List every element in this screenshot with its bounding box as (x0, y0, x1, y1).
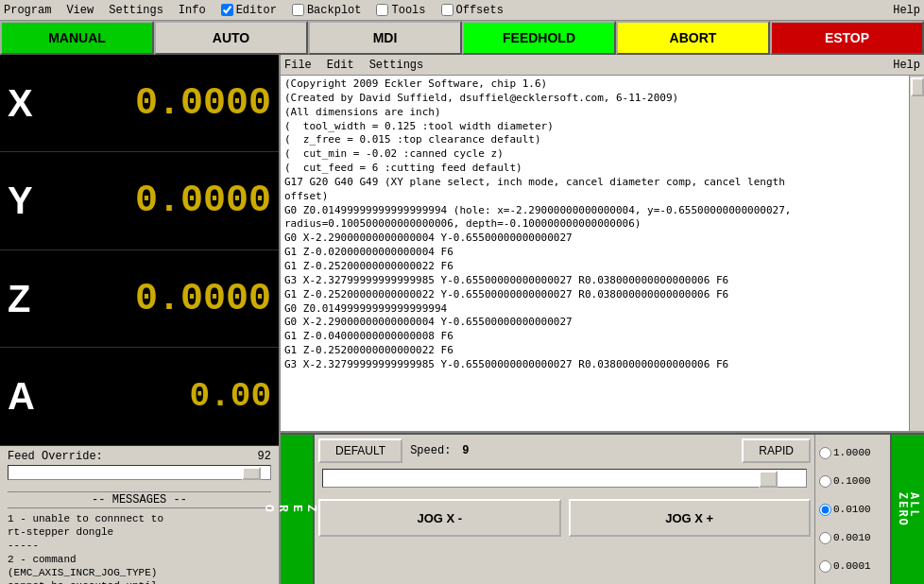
jog-buttons-row: JOG X - JOG X + (318, 499, 811, 537)
tools-checkbox-label: Tools (376, 4, 425, 17)
axis-y-letter: Y (8, 180, 45, 222)
editor-toolbar: File Edit Settings Help (281, 55, 924, 76)
axis-z-letter: Z (8, 278, 45, 320)
jog-radio-4[interactable] (819, 532, 831, 544)
feedhold-button[interactable]: FEEDHOLD (462, 21, 616, 55)
axis-x-display: X 0.0000 (0, 55, 279, 152)
messages-title: -- MESSAGES -- (8, 491, 271, 508)
feed-area: Feed Override: 92 (0, 446, 279, 488)
editor-menu-file[interactable]: File (284, 59, 312, 72)
menu-program[interactable]: Program (4, 4, 51, 17)
editor-menu-settings[interactable]: Settings (369, 59, 424, 72)
auto-button[interactable]: AUTO (154, 21, 308, 55)
jog-radio-4-label[interactable]: 0.0010 (819, 532, 886, 544)
axis-a-value: 0.00 (45, 377, 271, 416)
mdi-button[interactable]: MDI (308, 21, 462, 55)
jog-panel: XZERO DEFAULT Speed: 9 RAPID (281, 433, 924, 584)
mode-buttons-row: MANUAL AUTO MDI FEEDHOLD ABORT ESTOP (0, 21, 924, 55)
editor-scrollbar[interactable] (909, 76, 924, 431)
tools-checkbox[interactable] (376, 4, 388, 16)
jog-slider-track[interactable] (322, 469, 807, 488)
feed-slider-thumb[interactable] (242, 467, 261, 480)
estop-button[interactable]: ESTOP (770, 21, 924, 55)
jog-main: DEFAULT Speed: 9 RAPID JOG X - JOG X + (315, 435, 814, 584)
editor-checkbox-text: Editor (236, 4, 277, 17)
jog-radio-5[interactable] (819, 560, 831, 573)
axis-y-value: 0.0000 (45, 180, 271, 222)
jog-slider-thumb[interactable] (759, 471, 778, 488)
messages-section: -- MESSAGES -- 1 - unable to connnect to… (0, 488, 279, 584)
jog-speed-value: 9 (462, 444, 469, 457)
right-panel: File Edit Settings Help (Copyright 2009 … (279, 55, 924, 584)
jog-radio-1-value: 1.0000 (833, 447, 871, 458)
editor-code: (Copyright 2009 Eckler Software, chip 1.… (284, 77, 903, 372)
axis-z-display: Z 0.0000 (0, 250, 279, 348)
jog-x-minus-button[interactable]: JOG X - (318, 499, 561, 537)
editor-content: (Copyright 2009 Eckler Software, chip 1.… (281, 76, 924, 433)
axis-y-display: Y 0.0000 (0, 152, 279, 249)
jog-radio-5-value: 0.0001 (833, 560, 871, 572)
editor-scrollbar-thumb[interactable] (911, 77, 924, 96)
jog-radio-2-value: 0.1000 (833, 475, 871, 487)
feed-override-label: Feed Override: (8, 450, 103, 463)
editor-help[interactable]: Help (893, 59, 920, 72)
jog-radio-3-value: 0.0100 (833, 504, 871, 515)
main-area: X 0.0000 Y 0.0000 Z 0.0000 A 0.00 Feed O… (0, 55, 924, 584)
jog-radio-1-label[interactable]: 1.0000 (819, 447, 886, 459)
jog-speed-label: Speed: (410, 444, 451, 457)
axis-a-display: A 0.00 (0, 348, 279, 445)
feed-override-value: 92 (258, 450, 271, 463)
axis-x-value: 0.0000 (45, 82, 271, 125)
offsets-checkbox-label: Offsets (441, 4, 504, 17)
tools-checkbox-text: Tools (391, 4, 425, 17)
jog-radio-2-label[interactable]: 0.1000 (819, 475, 886, 488)
menu-view[interactable]: View (66, 4, 94, 17)
left-panel: X 0.0000 Y 0.0000 Z 0.0000 A 0.00 Feed O… (0, 55, 279, 584)
menu-help[interactable]: Help (893, 4, 920, 17)
abort-button[interactable]: ABORT (616, 21, 770, 55)
editor-menu-edit[interactable]: Edit (327, 59, 354, 72)
feed-slider-track[interactable] (8, 465, 271, 480)
editor-checkbox[interactable] (221, 4, 233, 16)
axis-z-value: 0.0000 (45, 278, 271, 320)
axis-x-letter: X (8, 82, 45, 125)
jog-radio-1[interactable] (819, 447, 831, 459)
axis-a-letter: A (8, 375, 45, 418)
jog-x-plus-button[interactable]: JOG X + (569, 499, 812, 537)
jog-rapid-button[interactable]: RAPID (742, 438, 811, 463)
jog-radio-3-label[interactable]: 0.0100 (819, 504, 886, 516)
backplot-checkbox-text: Backplot (307, 4, 362, 17)
jog-radio-3[interactable] (819, 504, 831, 516)
menu-info[interactable]: Info (179, 4, 206, 17)
menu-settings[interactable]: Settings (109, 4, 163, 17)
jog-default-button[interactable]: DEFAULT (318, 438, 402, 463)
offsets-checkbox-text: Offsets (456, 4, 504, 17)
offsets-checkbox[interactable] (441, 4, 453, 16)
editor-checkbox-label: Editor (221, 4, 277, 17)
messages-text: 1 - unable to connnect to rt-stepper don… (8, 512, 271, 584)
backplot-checkbox-label: Backplot (292, 4, 362, 17)
jog-radio-column: 1.0000 0.1000 0.0100 0.0010 0.0001 (814, 435, 890, 584)
all-zero-label: ALLZERO (897, 492, 919, 527)
jog-slider-row (318, 469, 811, 488)
menu-bar: Program View Settings Info Editor Backpl… (0, 0, 924, 21)
jog-top-row: DEFAULT Speed: 9 RAPID (318, 438, 811, 463)
manual-button[interactable]: MANUAL (0, 21, 154, 55)
jog-radio-4-value: 0.0010 (833, 532, 871, 543)
jog-radio-2[interactable] (819, 475, 831, 488)
all-zero-button[interactable]: ALLZERO (890, 435, 924, 584)
editor-text-area[interactable]: (Copyright 2009 Eckler Software, chip 1.… (284, 77, 920, 429)
backplot-checkbox[interactable] (292, 4, 304, 16)
xz-zero-button[interactable]: XZERO (281, 435, 315, 584)
jog-radio-5-label[interactable]: 0.0001 (819, 560, 886, 573)
